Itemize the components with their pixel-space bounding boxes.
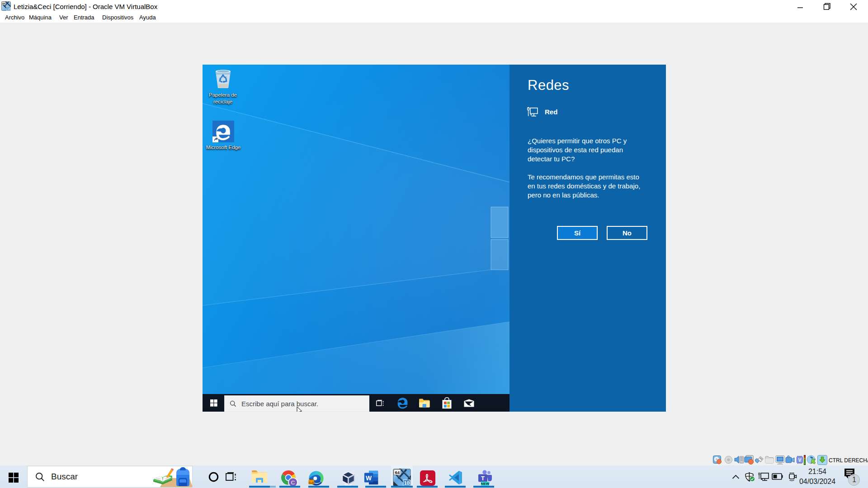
svg-text:64: 64: [395, 470, 400, 475]
svg-text:T: T: [481, 475, 485, 482]
svg-text:W: W: [366, 475, 372, 482]
svg-text:NEW: NEW: [481, 482, 490, 486]
svg-text:V: V: [798, 458, 802, 463]
svg-text:64: 64: [2, 2, 5, 5]
svg-text:10: 10: [404, 480, 409, 486]
svg-text:10: 10: [7, 7, 10, 10]
svg-text:C: C: [291, 480, 295, 485]
